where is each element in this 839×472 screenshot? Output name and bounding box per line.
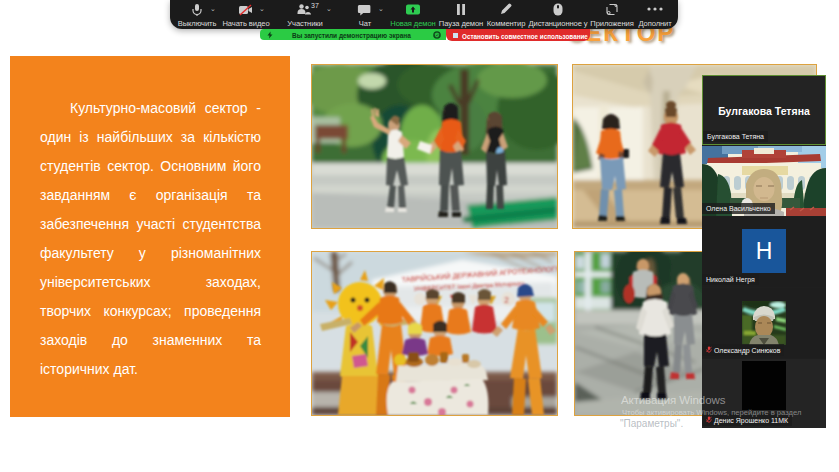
svg-text:2: 2	[504, 295, 509, 305]
